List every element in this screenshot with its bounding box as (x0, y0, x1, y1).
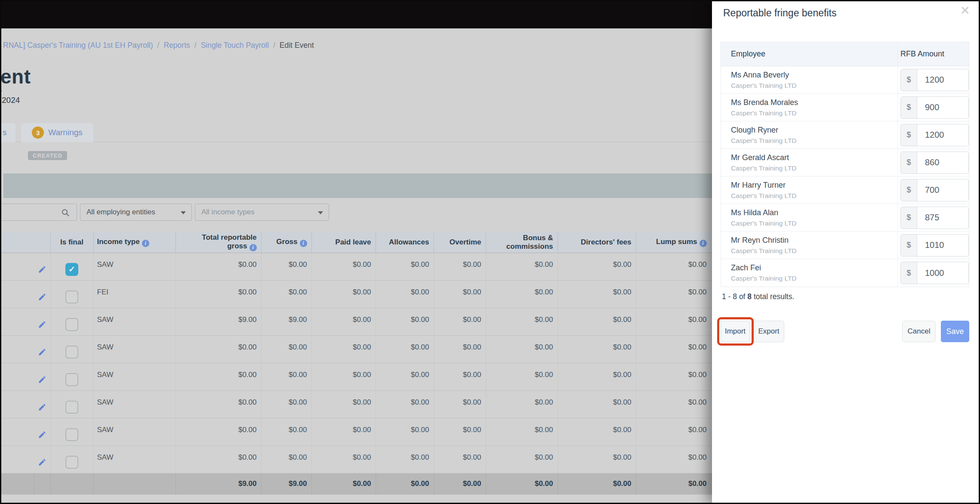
income-types-value: All income types (201, 208, 255, 216)
is-final-checkbox[interactable]: ✓ (65, 263, 78, 276)
rfb-amount-input[interactable] (917, 207, 968, 229)
event-date-clipped: 4 (0, 86, 2, 95)
totals-blank-cell (1, 473, 34, 495)
amount-cell-allowances: $0.00 (376, 390, 434, 418)
export-button[interactable]: Export (753, 321, 784, 342)
amount-cell-gross: $0.00 (261, 253, 311, 280)
rfb-amount-input-group: $ (900, 69, 969, 91)
amount-cell-paid_leave: $0.00 (311, 445, 376, 473)
rfb-row: Ms Anna BeverlyCasper's Training LTD$ (721, 66, 969, 94)
is-final-cell (50, 390, 93, 418)
is-final-checkbox[interactable] (65, 401, 78, 414)
rfb-amount-input[interactable] (917, 262, 968, 284)
employee-name: Clough Ryner (731, 126, 897, 135)
tab-partial-left[interactable]: s (1, 123, 15, 142)
is-final-checkbox[interactable] (65, 456, 78, 469)
employee-name: Zach Fei (731, 263, 897, 272)
amount-cell-gross: $0.00 (261, 418, 311, 445)
cancel-button[interactable]: Cancel (902, 321, 936, 342)
column-header-paid_leave: Paid leave (311, 232, 376, 253)
edit-row-button[interactable] (37, 293, 47, 302)
employee-cell: Clough RynerCasper's Training LTD (721, 121, 898, 148)
employee-company: Casper's Training LTD (731, 275, 897, 282)
totals-blank-cell (50, 473, 93, 495)
amount-cell-directors_fees: $0.00 (558, 363, 636, 390)
income-types-dropdown[interactable]: All income types (195, 204, 329, 221)
app-screen: RNAL] Casper's Training (AU 1st EH Payro… (0, 0, 980, 504)
breadcrumb-stp-link[interactable]: Single Touch Payroll (201, 41, 269, 49)
info-icon[interactable]: i (300, 240, 307, 247)
amount-cell-total_reportable_gross: $9.00 (176, 308, 261, 335)
info-icon[interactable]: i (250, 244, 257, 251)
edit-row-button[interactable] (37, 265, 47, 275)
rfb-amount-input-group: $ (900, 207, 969, 229)
amount-cell-directors_fees: $0.00 (558, 390, 636, 418)
rfb-amount-input-group: $ (900, 96, 969, 119)
edit-cell (34, 335, 50, 363)
rfb-amount-input[interactable] (917, 69, 968, 91)
section-header-band (3, 173, 713, 198)
amount-cell-bonus_commissions: $0.00 (486, 418, 558, 445)
is-final-cell (50, 445, 93, 473)
rfb-amount-input[interactable] (917, 124, 968, 146)
is-final-cell (50, 308, 93, 335)
edit-row-button[interactable] (37, 320, 47, 330)
amount-cell-bonus_commissions: $0.00 (486, 280, 558, 308)
rfb-row: Mr Reyn ChristinCasper's Training LTD$ (721, 232, 969, 259)
info-icon[interactable]: i (142, 240, 149, 247)
is-final-checkbox[interactable] (65, 291, 78, 303)
save-button[interactable]: Save (941, 321, 969, 342)
rfb-table-header: Employee RFB Amount (721, 42, 969, 66)
amount-cell-lump_sums: $0.00 (636, 335, 713, 363)
amount-cell-overtime: $0.00 (434, 253, 486, 280)
close-icon[interactable]: ✕ (960, 5, 970, 17)
is-final-checkbox[interactable] (65, 346, 78, 359)
rfb-amount-input[interactable] (917, 179, 968, 201)
breadcrumb-reports-link[interactable]: Reports (163, 41, 190, 49)
totals-blank-cell (93, 473, 176, 495)
rfb-amount-input-group: $ (900, 152, 969, 174)
is-final-checkbox[interactable] (65, 373, 78, 386)
employee-cell: Ms Hilda AlanCasper's Training LTD (721, 204, 898, 231)
amount-cell-lump_sums: $0.00 (636, 390, 713, 418)
filter-row: All employing entities All income types (1, 204, 713, 221)
edit-row-button[interactable] (37, 348, 47, 357)
import-button[interactable]: Import (721, 321, 750, 342)
employee-name: Mr Gerald Ascart (731, 153, 897, 162)
amount-cell-gross: $0.00 (261, 335, 311, 363)
breadcrumb-business-link[interactable]: RNAL] Casper's Training (AU 1st EH Payro… (3, 41, 153, 49)
tab-partial-label: s (3, 128, 7, 137)
employing-entities-dropdown[interactable]: All employing entities (80, 204, 192, 221)
edit-cell (34, 308, 50, 335)
search-input[interactable] (0, 204, 77, 221)
is-final-checkbox[interactable] (65, 428, 78, 441)
info-icon[interactable]: i (700, 240, 707, 247)
amount-cell-paid_leave: $0.00 (311, 390, 376, 418)
blank-cell (1, 280, 34, 308)
edit-row-button[interactable] (37, 403, 47, 412)
amount-cell-allowances: $0.00 (376, 308, 434, 335)
rfb-row: Mr Harry TurnerCasper's Training LTD$ (721, 176, 969, 204)
edit-cell (34, 390, 50, 418)
currency-addon: $ (901, 97, 917, 118)
edit-row-button[interactable] (37, 458, 47, 467)
employee-name: Mr Reyn Christin (731, 236, 897, 245)
edit-row-button[interactable] (37, 375, 47, 385)
amount-cell-directors_fees: $0.00 (558, 308, 636, 335)
edit-row-button[interactable] (37, 430, 47, 440)
rfb-amount-input[interactable] (917, 235, 968, 256)
amount-cell-total_reportable_gross: $0.00 (176, 363, 261, 390)
tabstrip: s 3 Warnings (1, 123, 713, 142)
amount-cell-directors_fees: $0.00 (558, 253, 636, 280)
table-row: SAW$0.00$0.00$0.00$0.00$0.00$0.00$0.00$0… (1, 445, 713, 473)
blank-cell (1, 418, 34, 445)
app-navbar-dimmed (1, 1, 713, 28)
edit-pencil-icon (38, 403, 46, 411)
currency-addon: $ (901, 69, 917, 91)
rfb-amount-input[interactable] (917, 152, 968, 173)
amount-cell-gross: $0.00 (261, 390, 311, 418)
income-type-cell: SAW (93, 418, 176, 445)
tab-warnings[interactable]: 3 Warnings (21, 123, 93, 142)
is-final-checkbox[interactable] (65, 318, 78, 331)
rfb-amount-input[interactable] (917, 97, 968, 118)
